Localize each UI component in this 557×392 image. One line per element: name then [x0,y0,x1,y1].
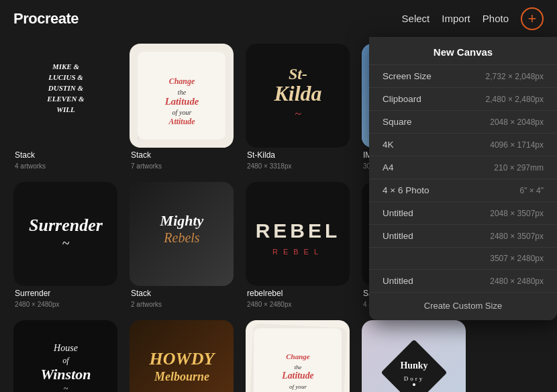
canvas-option-8[interactable]: 3507 × 2480px [369,248,557,270]
canvas-option-size-2: 2048 × 2048px [490,117,544,127]
header-actions: Select Import Photo + [402,7,544,30]
svg-text:Surrender: Surrender [29,215,103,235]
svg-text:HOWDY: HOWDY [148,349,215,369]
canvas-option-size-7: 2480 × 3507px [490,232,544,241]
canvas-option-size-4: 210 × 297mm [494,163,544,173]
gallery-item[interactable]: St- Kilda ~ St-Kilda2480 × 3318px [246,44,350,170]
canvas-option-2[interactable]: Square 2048 × 2048px [369,111,557,134]
gallery-item[interactable]: Change the Latitude of your Attitude Sta… [246,320,350,392]
artwork-meta: 2480 × 2480px [13,301,117,308]
svg-text:REBEL: REBEL [255,219,340,242]
svg-text:~: ~ [63,384,68,393]
artwork-meta: 2480 × 2480px [246,301,350,308]
artwork-thumbnail: REBEL REBEL [246,182,350,286]
gallery-item[interactable]: REBEL REBEL rebelrebel2480 × 2480px [246,182,350,308]
canvas-option-3[interactable]: 4K 4096 × 1714px [369,134,557,156]
svg-text:MIKE &: MIKE & [51,62,79,70]
gallery-item[interactable]: Surrender ~ Surrender2480 × 2480px [13,182,117,308]
svg-text:Dory: Dory [403,375,424,382]
artwork-thumbnail: Surrender ~ [13,182,117,286]
artwork-thumbnail: House of Winston ~ [13,320,117,392]
svg-text:Latitude: Latitude [164,95,199,106]
canvas-option-size-9: 2480 × 2480px [490,277,544,286]
canvas-option-0[interactable]: Screen Size 2,732 × 2,048px [369,65,557,88]
artwork-meta: 2 artworks [130,301,234,308]
artwork-thumbnail: Hunky Dory [362,320,466,392]
svg-text:Hunky: Hunky [400,360,427,371]
canvas-option-size-6: 2048 × 3507px [490,209,544,218]
svg-text:DUSTIN &: DUSTIN & [47,84,83,92]
artwork-title: Stack [13,150,117,160]
canvas-option-6[interactable]: Untitled 2048 × 3507px [369,202,557,225]
canvas-option-size-1: 2,480 × 2,480px [486,95,544,104]
svg-text:of your: of your [172,108,191,115]
svg-text:St-: St- [288,65,307,83]
artwork-title: St-Kilda [246,150,350,160]
app-title: Procreate [13,10,79,28]
svg-text:Mighty: Mighty [160,212,204,229]
gallery-item[interactable]: Change the Latitude of your Attitude Sta… [130,44,234,170]
svg-text:House: House [53,343,78,353]
gallery-item[interactable]: HOWDY Melbourne Melbourne3 artworks [130,320,234,392]
canvas-option-name-4: A4 [383,162,394,173]
artwork-thumbnail: Change the Latitude of your Attitude [246,320,350,392]
photo-button[interactable]: Photo [483,13,509,24]
gallery-item[interactable]: House of Winston ~ HouseWinston4 artwork… [13,320,117,392]
svg-text:WILL: WILL [56,105,75,113]
add-button[interactable]: + [521,7,544,30]
svg-text:ELEVEN &: ELEVEN & [46,95,85,103]
svg-text:Rebels: Rebels [163,230,200,245]
canvas-option-size-0: 2,732 × 2,048px [486,72,544,81]
artwork-thumbnail: St- Kilda ~ [246,44,350,148]
plus-icon: + [528,11,537,26]
svg-text:~: ~ [62,236,69,250]
canvas-option-4[interactable]: A4 210 × 297mm [369,156,557,179]
canvas-option-size-3: 4096 × 1714px [490,140,544,150]
artwork-thumbnail: Change the Latitude of your Attitude [130,44,234,148]
svg-text:Change: Change [168,76,195,85]
artwork-thumbnail: Mighty Rebels [130,182,234,286]
svg-text:the: the [177,89,186,96]
canvas-option-5[interactable]: 4 × 6 Photo 6" × 4" [369,179,557,202]
select-button[interactable]: Select [402,13,430,24]
canvas-option-name-1: Clipboard [383,94,421,104]
import-button[interactable]: Import [442,13,470,24]
svg-text:the: the [294,363,301,370]
svg-text:of your: of your [289,383,307,389]
artwork-title: Surrender [13,289,117,298]
canvas-option-9[interactable]: Untitled 2480 × 2480px [369,270,557,293]
artwork-meta: 4 artworks [13,162,117,170]
canvas-option-name-9: Untitled [383,276,413,286]
svg-text:Melbourne: Melbourne [153,370,209,383]
artwork-title: Stack [130,150,234,160]
canvas-items-list: Screen Size 2,732 × 2,048px Clipboard 2,… [369,65,557,293]
create-custom-size[interactable]: Create Custom Size [369,293,557,315]
svg-text:~: ~ [295,107,301,121]
canvas-option-size-8: 3507 × 2480px [490,254,544,263]
canvas-option-name-6: Untitled [383,208,413,218]
svg-text:of: of [62,356,70,365]
new-canvas-panel: New Canvas Screen Size 2,732 × 2,048px C… [369,37,557,320]
canvas-option-size-5: 6" × 4" [519,186,544,195]
canvas-option-7[interactable]: Untitled 2480 × 3507px [369,225,557,248]
canvas-option-name-3: 4K [383,140,394,150]
new-canvas-title: New Canvas [369,37,557,65]
svg-text:Change: Change [286,352,310,360]
artwork-meta: 2480 × 3318px [246,162,350,170]
gallery-item[interactable]: Mighty Rebels Stack2 artworks [130,182,234,308]
svg-text:Kilda: Kilda [273,81,321,105]
svg-text:LUCIUS &: LUCIUS & [48,73,83,81]
artwork-meta: 7 artworks [130,162,234,170]
svg-text:Latitude: Latitude [281,371,313,381]
header: Procreate Select Import Photo + [0,0,557,37]
svg-text:Winston: Winston [40,366,91,383]
gallery-item[interactable]: Hunky Dory Liquid Textures4 artworks [362,320,466,392]
svg-point-40 [413,383,415,386]
gallery-item[interactable]: MIKE & LUCIUS & DUSTIN & ELEVEN & WILL S… [13,44,117,170]
svg-text:REBEL: REBEL [272,248,323,256]
artwork-title: Stack [130,289,234,298]
artwork-title: rebelrebel [246,289,350,298]
canvas-option-1[interactable]: Clipboard 2,480 × 2,480px [369,88,557,111]
canvas-option-name-5: 4 × 6 Photo [383,185,429,195]
canvas-option-name-7: Untitled [383,231,413,241]
